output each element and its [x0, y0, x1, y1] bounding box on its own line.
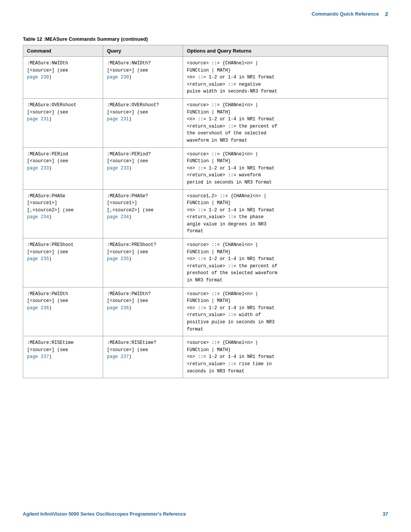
page-footer: Agilent InfiniiVision 5000 Series Oscill… — [0, 511, 411, 517]
query-page-link[interactable]: page 234 — [107, 214, 129, 220]
table-row: :MEASure:PHASe[<source1>][,<source2>] (s… — [23, 189, 388, 238]
query-page-link[interactable]: page 231 — [107, 117, 129, 122]
col-header-options: Options and Query Returns — [183, 45, 388, 57]
cell-command: :MEASure:PWIDth[<source>] (seepage 236) — [23, 287, 103, 336]
table-row: :MEASure:RISEtime[<source>] (seepage 237… — [23, 336, 388, 378]
cell-options: <source> ::= {CHANnel<n> |FUNCtion | MAT… — [183, 147, 388, 189]
query-page-link[interactable]: page 235 — [107, 256, 129, 262]
cell-options: <source> ::= {CHANnel<n> |FUNCtion | MAT… — [183, 336, 388, 378]
cell-query: :MEASure:PWIDth?[<source>] (seepage 236) — [103, 287, 183, 336]
cell-command: :MEASure:PERiod[<source>] (seepage 233) — [23, 147, 103, 189]
col-header-query: Query — [103, 45, 183, 57]
query-page-link[interactable]: page 230 — [107, 75, 129, 80]
header-title: Commands Quick Reference — [312, 11, 379, 17]
table-row: :MEASure:NWIDth[<source>] (seepage 230):… — [23, 57, 388, 99]
cell-command: :MEASure:OVERshoot[<source>] (seepage 23… — [23, 98, 103, 147]
command-page-link[interactable]: page 230 — [27, 75, 49, 80]
cell-options: <source> ::= {CHANnel<n> |FUNCtion | MAT… — [183, 57, 388, 99]
cell-options: <source> ::= {CHANnel<n> |FUNCtion | MAT… — [183, 98, 388, 147]
reference-table: Command Query Options and Query Returns … — [23, 45, 388, 378]
table-row: :MEASure:PREShoot[<source>] (seepage 235… — [23, 238, 388, 288]
query-page-link[interactable]: page 236 — [107, 305, 129, 311]
footer-left-text: Agilent InfiniiVision 5000 Series Oscill… — [23, 511, 186, 517]
cell-query: :MEASure:PERiod?[<source>] (seepage 233) — [103, 147, 183, 189]
command-page-link[interactable]: page 236 — [27, 305, 49, 311]
query-page-link[interactable]: page 237 — [107, 354, 129, 359]
cell-query: :MEASure:PHASe?[<source1>][,<source2>] (… — [103, 189, 183, 238]
command-page-link[interactable]: page 234 — [27, 214, 49, 220]
footer-right-text: 37 — [383, 511, 388, 517]
cell-command: :MEASure:NWIDth[<source>] (seepage 230) — [23, 57, 103, 99]
cell-command: :MEASure:PREShoot[<source>] (seepage 235… — [23, 238, 103, 288]
header-page-number: 2 — [385, 11, 388, 17]
main-content: Table 12 :MEASure Commands Summary (cont… — [0, 25, 411, 393]
cell-query: :MEASure:RISEtime?[<source>] (seepage 23… — [103, 336, 183, 378]
table-header-row: Command Query Options and Query Returns — [23, 45, 388, 57]
table-caption: Table 12 :MEASure Commands Summary (cont… — [23, 36, 388, 42]
cell-command: :MEASure:RISEtime[<source>] (seepage 237… — [23, 336, 103, 378]
col-header-command: Command — [23, 45, 103, 57]
cell-query: :MEASure:OVERshoot?[<source>] (seepage 2… — [103, 98, 183, 147]
query-page-link[interactable]: page 233 — [107, 166, 129, 171]
cell-options: <source> ::= {CHANnel<n> |FUNCtion | MAT… — [183, 287, 388, 336]
cell-options: <source1,2> ::= {CHANnel<n> |FUNCtion | … — [183, 189, 388, 238]
command-page-link[interactable]: page 231 — [27, 117, 49, 122]
table-row: :MEASure:PWIDth[<source>] (seepage 236):… — [23, 287, 388, 336]
page-container: Commands Quick Reference 2 Table 12 :MEA… — [0, 0, 411, 532]
cell-command: :MEASure:PHASe[<source1>][,<source2>] (s… — [23, 189, 103, 238]
command-page-link[interactable]: page 233 — [27, 166, 49, 171]
table-caption-text: :MEASure Commands Summary (continued) — [42, 36, 148, 42]
cell-options: <source> ::= {CHANnel<n> |FUNCtion | MAT… — [183, 238, 388, 288]
page-header: Commands Quick Reference 2 — [0, 0, 411, 25]
command-page-link[interactable]: page 235 — [27, 256, 49, 262]
table-row: :MEASure:OVERshoot[<source>] (seepage 23… — [23, 98, 388, 147]
cell-query: :MEASure:NWIDth?[<source>] (seepage 230) — [103, 57, 183, 99]
command-page-link[interactable]: page 237 — [27, 354, 49, 359]
table-caption-bold: Table 12 — [23, 36, 42, 42]
cell-query: :MEASure:PREShoot?[<source>] (seepage 23… — [103, 238, 183, 288]
table-row: :MEASure:PERiod[<source>] (seepage 233):… — [23, 147, 388, 189]
